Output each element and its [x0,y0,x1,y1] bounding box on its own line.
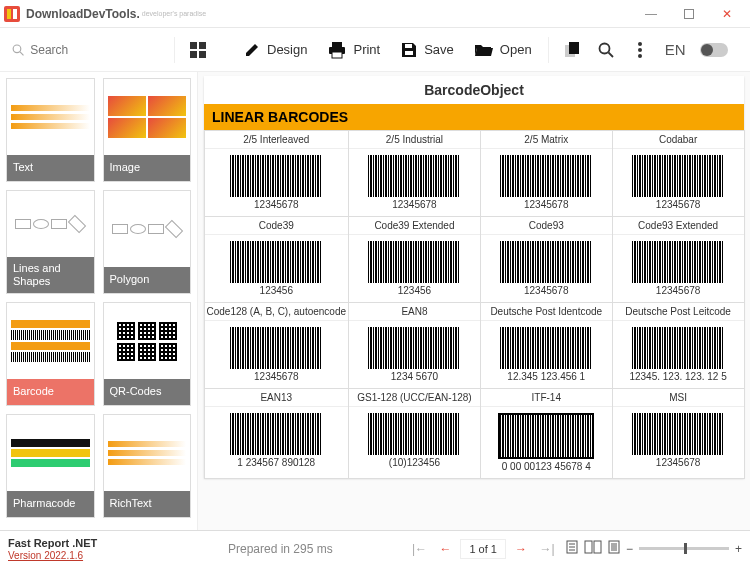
zoom-slider[interactable] [639,547,729,550]
svg-line-5 [20,51,23,54]
language-toggle[interactable]: EN [659,41,692,58]
product-name: Fast Report .NET [8,537,220,549]
tile-label: RichText [104,491,191,517]
sidebar[interactable]: TextImageLines and ShapesPolygonBarcodeQ… [0,72,197,530]
pager-prev-button[interactable]: ← [434,538,456,560]
svg-rect-2 [13,9,17,19]
design-button[interactable]: Design [235,37,315,63]
statusbar: Fast Report .NET Version 2022.1.6 Prepar… [0,530,750,566]
zoom-mode-page-icon[interactable] [566,540,578,557]
barcode-cell-title: EAN8 [349,303,480,321]
svg-rect-26 [585,541,592,553]
svg-point-20 [638,48,642,52]
barcode-bars-icon [632,413,724,455]
svg-point-19 [638,42,642,46]
tile-preview [7,79,94,155]
barcode-cell: Code9312345678 [480,216,613,303]
page-title: BarcodeObject [204,76,744,104]
zoom-out-button[interactable]: − [626,542,633,556]
barcode-cell: Deutsche Post Leitcode12345. 123. 123. 1… [612,302,745,389]
barcode-cell-title: MSI [613,389,744,407]
tile-preview [104,191,191,267]
barcode-cell: MSI12345678 [612,388,745,479]
sidebar-tile-qr-codes[interactable]: QR-Codes [103,302,192,406]
floppy-icon [400,41,418,59]
sidebar-tile-barcode[interactable]: Barcode [6,302,95,406]
barcode-cell: 2/5 Matrix12345678 [480,130,613,217]
svg-rect-9 [199,51,206,58]
barcode-cell-title: Code93 [481,217,612,235]
sidebar-tile-polygon[interactable]: Polygon [103,190,192,294]
pager-display[interactable]: 1 of 1 [460,539,506,559]
tile-preview [7,415,94,491]
sidebar-tile-text[interactable]: Text [6,78,95,182]
search-field[interactable] [6,39,166,61]
barcode-value: 12345678 [656,285,701,296]
maximize-button[interactable] [670,3,708,25]
zoom-mode-width-icon[interactable] [608,540,620,557]
tile-preview [104,415,191,491]
zoom-in-button[interactable]: + [735,542,742,556]
barcode-bars-icon [632,155,724,197]
barcode-bars-icon [230,327,322,369]
print-button[interactable]: Print [319,37,388,63]
barcode-cell: Code93 Extended12345678 [612,216,745,303]
barcode-value: 0 00 00123 45678 4 [502,461,591,472]
sidebar-tile-pharmacode[interactable]: Pharmacode [6,414,95,518]
barcode-cell-title: Code39 Extended [349,217,480,235]
new-doc-button[interactable] [557,35,587,65]
svg-rect-8 [190,51,197,58]
barcode-bars-icon [368,241,460,283]
svg-point-4 [13,45,21,53]
barcode-value: 12345678 [524,199,569,210]
search-input[interactable] [30,43,160,57]
canvas-scroll[interactable]: BarcodeObject LINEAR BARCODES 2/5 Interl… [198,72,750,530]
status-text: Prepared in 295 ms [228,542,400,556]
search-icon [12,43,24,57]
magnify-icon [598,42,614,58]
toolbar: Design Print Save Open EN [0,28,750,72]
pager-last-button[interactable]: →| [536,538,558,560]
folder-open-icon [474,42,494,58]
open-button[interactable]: Open [466,38,540,62]
barcode-value: (10)123456 [389,457,440,468]
layout-grid-button[interactable] [183,35,213,65]
barcode-cell-title: ITF-14 [481,389,612,407]
barcode-bars-icon [500,327,592,369]
barcode-value: 1234 5670 [391,371,438,382]
sidebar-tile-richtext[interactable]: RichText [103,414,192,518]
barcode-value: 12345678 [524,285,569,296]
pager-next-button[interactable]: → [510,538,532,560]
theme-toggle[interactable] [700,43,728,57]
barcode-cell: GS1-128 (UCC/EAN-128)(10)123456 [348,388,481,479]
barcode-bars-icon [500,241,592,283]
pager: |← ← 1 of 1 → →| [408,538,558,560]
barcode-cell-title: Code93 Extended [613,217,744,235]
svg-rect-16 [569,42,579,54]
sidebar-tile-image[interactable]: Image [103,78,192,182]
more-button[interactable] [625,35,655,65]
version-link[interactable]: Version 2022.1.6 [8,550,220,561]
barcode-cell-title: Deutsche Post Identcode [481,303,612,321]
app-logo-icon [4,6,20,22]
barcode-cell: EAN131 234567 890128 [204,388,350,479]
barcode-value: 12.345 123.456 1 [507,371,585,382]
barcode-value: 123456 [398,285,431,296]
open-label: Open [500,42,532,57]
svg-rect-12 [332,52,342,58]
close-button[interactable]: ✕ [708,3,746,25]
svg-rect-0 [4,6,20,22]
tile-preview [104,79,191,155]
svg-rect-27 [594,541,601,553]
save-button[interactable]: Save [392,37,462,63]
svg-rect-28 [609,541,619,553]
svg-point-21 [638,54,642,58]
zoom-mode-two-icon[interactable] [584,540,602,557]
find-button[interactable] [591,35,621,65]
pager-first-button[interactable]: |← [408,538,430,560]
svg-rect-3 [685,9,694,18]
minimize-button[interactable]: — [632,3,670,25]
sidebar-tile-lines-and-shapes[interactable]: Lines and Shapes [6,190,95,294]
tile-label: Pharmacode [7,491,94,517]
kebab-icon [638,42,642,58]
